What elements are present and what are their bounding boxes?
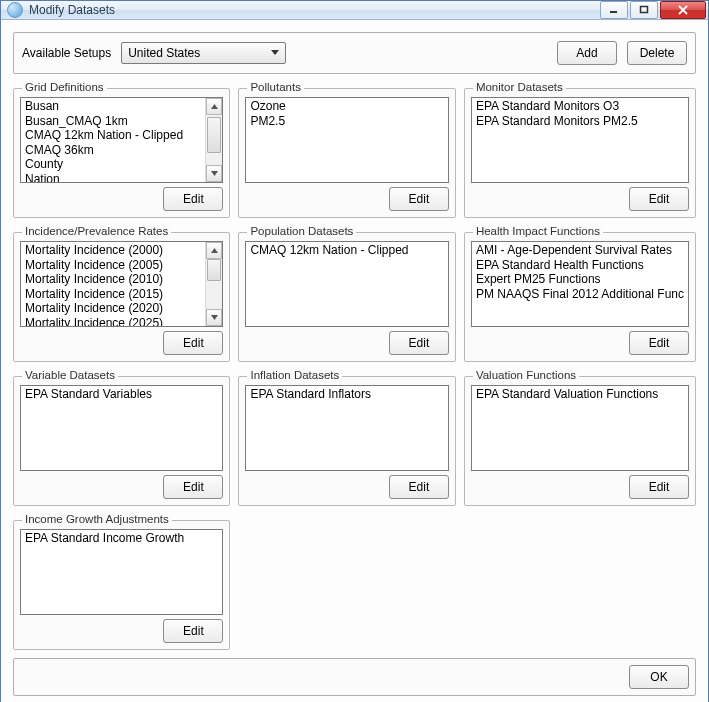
list-item[interactable]: CMAQ 12km Nation - Clipped bbox=[246, 243, 447, 258]
group-inflation: Inflation DatasetsEPA Standard Inflators… bbox=[238, 376, 455, 506]
group-label: Grid Definitions bbox=[22, 81, 107, 93]
list-item[interactable]: EPA Standard Monitors PM2.5 bbox=[472, 114, 688, 129]
group-footer: Edit bbox=[20, 331, 223, 355]
delete-button[interactable]: Delete bbox=[627, 41, 687, 65]
minimize-icon bbox=[609, 5, 619, 15]
group-label: Inflation Datasets bbox=[247, 369, 342, 381]
group-footer: Edit bbox=[471, 331, 689, 355]
footer-panel: OK bbox=[13, 658, 696, 696]
close-button[interactable] bbox=[660, 1, 706, 19]
edit-button-grid_defs[interactable]: Edit bbox=[163, 187, 223, 211]
listbox-inflation[interactable]: EPA Standard Inflators bbox=[245, 385, 448, 471]
list-item[interactable]: PM NAAQS Final 2012 Additional Func bbox=[472, 287, 688, 302]
group-footer: Edit bbox=[20, 475, 223, 499]
scroll-track[interactable] bbox=[206, 115, 222, 165]
listbox-grid_defs[interactable]: BusanBusan_CMAQ 1kmCMAQ 12km Nation - Cl… bbox=[20, 97, 223, 183]
group-grid_defs: Grid DefinitionsBusanBusan_CMAQ 1kmCMAQ … bbox=[13, 88, 230, 218]
list-item[interactable]: Mortality Incidence (2020) bbox=[21, 301, 205, 316]
chevron-down-icon bbox=[267, 45, 283, 61]
listbox-population[interactable]: CMAQ 12km Nation - Clipped bbox=[245, 241, 448, 327]
groups-grid: Grid DefinitionsBusanBusan_CMAQ 1kmCMAQ … bbox=[13, 82, 696, 650]
group-footer: Edit bbox=[245, 331, 448, 355]
scroll-track[interactable] bbox=[206, 259, 222, 309]
scroll-up-button[interactable] bbox=[206, 242, 222, 259]
svg-rect-1 bbox=[641, 7, 648, 13]
svg-marker-6 bbox=[211, 171, 218, 176]
listbox-incidence[interactable]: Mortality Incidence (2000)Mortality Inci… bbox=[20, 241, 223, 327]
group-footer: Edit bbox=[20, 619, 223, 643]
list-item[interactable]: CMAQ 36km bbox=[21, 143, 205, 158]
setup-selected-value: United States bbox=[128, 46, 200, 60]
listbox-variable[interactable]: EPA Standard Variables bbox=[20, 385, 223, 471]
chevron-down-icon bbox=[211, 315, 218, 320]
group-pollutants: PollutantsOzonePM2.5Edit bbox=[238, 88, 455, 218]
edit-button-variable[interactable]: Edit bbox=[163, 475, 223, 499]
list-item[interactable]: Nation bbox=[21, 172, 205, 184]
edit-button-population[interactable]: Edit bbox=[389, 331, 449, 355]
list-item[interactable]: EPA Standard Health Functions bbox=[472, 258, 688, 273]
edit-button-valuation[interactable]: Edit bbox=[629, 475, 689, 499]
edit-button-health[interactable]: Edit bbox=[629, 331, 689, 355]
add-button[interactable]: Add bbox=[557, 41, 617, 65]
list-item[interactable]: Ozone bbox=[246, 99, 447, 114]
ok-button[interactable]: OK bbox=[629, 665, 689, 689]
chevron-up-icon bbox=[211, 248, 218, 253]
available-setups-label: Available Setups bbox=[22, 46, 111, 60]
edit-button-income[interactable]: Edit bbox=[163, 619, 223, 643]
list-item[interactable]: EPA Standard Income Growth bbox=[21, 531, 222, 546]
scroll-up-button[interactable] bbox=[206, 98, 222, 115]
scrollbar[interactable] bbox=[205, 242, 222, 326]
group-income: Income Growth AdjustmentsEPA Standard In… bbox=[13, 520, 230, 650]
scroll-thumb[interactable] bbox=[207, 117, 221, 153]
list-item[interactable]: EPA Standard Variables bbox=[21, 387, 222, 402]
list-item[interactable]: County bbox=[21, 157, 205, 172]
group-label: Variable Datasets bbox=[22, 369, 118, 381]
edit-button-pollutants[interactable]: Edit bbox=[389, 187, 449, 211]
group-label: Income Growth Adjustments bbox=[22, 513, 172, 525]
group-monitor: Monitor DatasetsEPA Standard Monitors O3… bbox=[464, 88, 696, 218]
group-population: Population DatasetsCMAQ 12km Nation - Cl… bbox=[238, 232, 455, 362]
list-item[interactable]: EPA Standard Inflators bbox=[246, 387, 447, 402]
list-item[interactable]: AMI - Age-Dependent Survival Rates bbox=[472, 243, 688, 258]
svg-marker-4 bbox=[271, 50, 279, 55]
chevron-up-icon bbox=[211, 104, 218, 109]
group-incidence: Incidence/Prevalence RatesMortality Inci… bbox=[13, 232, 230, 362]
scrollbar[interactable] bbox=[205, 98, 222, 182]
listbox-health[interactable]: AMI - Age-Dependent Survival RatesEPA St… bbox=[471, 241, 689, 327]
maximize-icon bbox=[639, 5, 649, 15]
list-item[interactable]: Mortality Incidence (2015) bbox=[21, 287, 205, 302]
list-item[interactable]: EPA Standard Valuation Functions bbox=[472, 387, 688, 402]
group-valuation: Valuation FunctionsEPA Standard Valuatio… bbox=[464, 376, 696, 506]
listbox-monitor[interactable]: EPA Standard Monitors O3EPA Standard Mon… bbox=[471, 97, 689, 183]
close-icon bbox=[678, 5, 688, 15]
list-item[interactable]: Busan_CMAQ 1km bbox=[21, 114, 205, 129]
list-item[interactable]: Mortality Incidence (2005) bbox=[21, 258, 205, 273]
list-item[interactable]: Mortality Incidence (2025) bbox=[21, 316, 205, 328]
setup-combobox[interactable]: United States bbox=[121, 42, 286, 64]
list-item[interactable]: Busan bbox=[21, 99, 205, 114]
list-item[interactable]: CMAQ 12km Nation - Clipped bbox=[21, 128, 205, 143]
scroll-down-button[interactable] bbox=[206, 309, 222, 326]
group-label: Incidence/Prevalence Rates bbox=[22, 225, 171, 237]
minimize-button[interactable] bbox=[600, 1, 628, 19]
group-footer: Edit bbox=[20, 187, 223, 211]
content-area: Available Setups United States Add Delet… bbox=[1, 20, 708, 702]
list-item[interactable]: PM2.5 bbox=[246, 114, 447, 129]
list-item[interactable]: Mortality Incidence (2010) bbox=[21, 272, 205, 287]
maximize-button[interactable] bbox=[630, 1, 658, 19]
list-item[interactable]: Expert PM25 Functions bbox=[472, 272, 688, 287]
scroll-thumb[interactable] bbox=[207, 259, 221, 281]
edit-button-inflation[interactable]: Edit bbox=[389, 475, 449, 499]
svg-marker-8 bbox=[211, 315, 218, 320]
list-item[interactable]: EPA Standard Monitors O3 bbox=[472, 99, 688, 114]
setup-panel: Available Setups United States Add Delet… bbox=[13, 32, 696, 74]
edit-button-incidence[interactable]: Edit bbox=[163, 331, 223, 355]
group-label: Health Impact Functions bbox=[473, 225, 603, 237]
listbox-valuation[interactable]: EPA Standard Valuation Functions bbox=[471, 385, 689, 471]
listbox-income[interactable]: EPA Standard Income Growth bbox=[20, 529, 223, 615]
scroll-down-button[interactable] bbox=[206, 165, 222, 182]
window-controls bbox=[600, 1, 706, 19]
list-item[interactable]: Mortality Incidence (2000) bbox=[21, 243, 205, 258]
listbox-pollutants[interactable]: OzonePM2.5 bbox=[245, 97, 448, 183]
edit-button-monitor[interactable]: Edit bbox=[629, 187, 689, 211]
